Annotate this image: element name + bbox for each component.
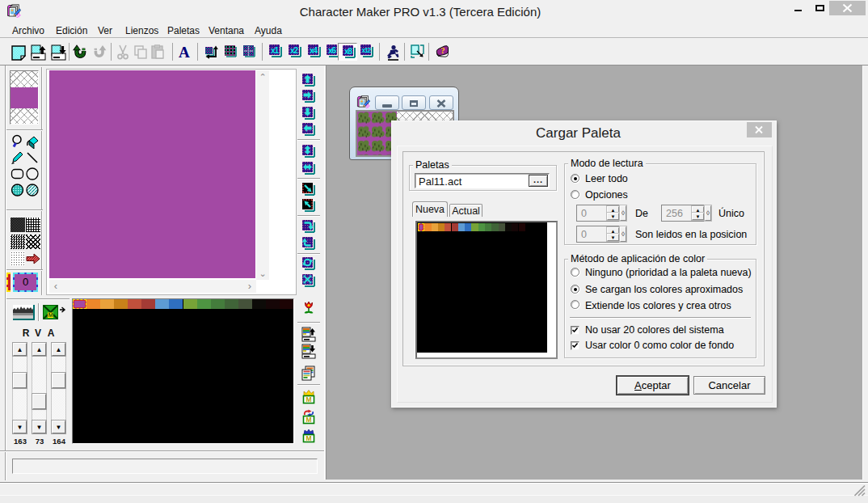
svg-text:M: M [48,311,53,319]
svg-text:x4: x4 [310,46,318,55]
svg-text:x6: x6 [328,46,337,55]
svg-text:M: M [305,416,311,424]
svg-text:x12: x12 [362,46,372,54]
svg-text:?: ? [441,46,445,55]
svg-text:x2: x2 [290,46,299,55]
svg-text:x8: x8 [344,47,353,56]
svg-text:M: M [305,434,311,442]
svg-text:x1: x1 [271,46,280,55]
svg-text:M: M [305,395,311,404]
